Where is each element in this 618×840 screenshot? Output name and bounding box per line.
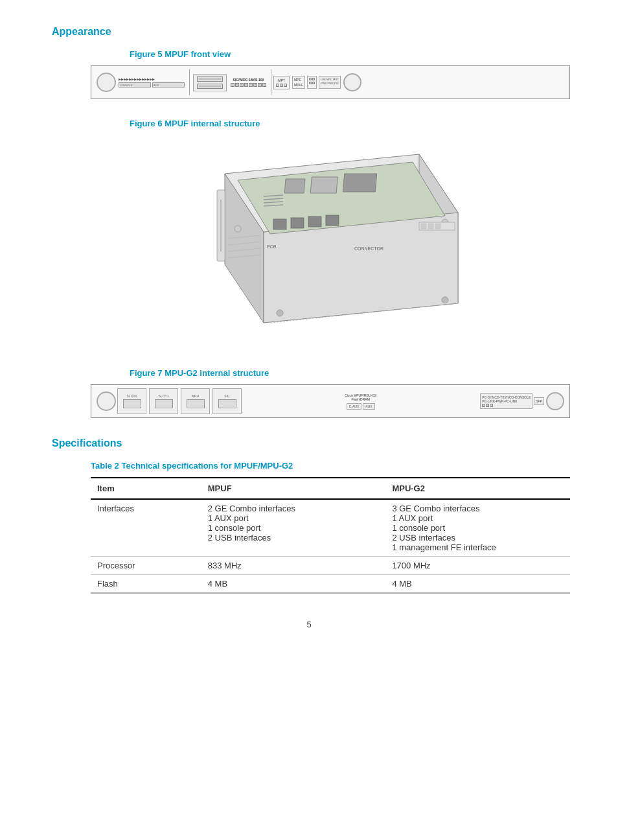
svg-rect-10 — [310, 177, 338, 193]
svg-rect-23 — [421, 224, 426, 229]
svg-rect-13 — [291, 218, 304, 228]
table-header-row: Item MPUF MPU-G2 — [91, 478, 570, 499]
mpuf-front-view-diagram: ▶▶▶▶▶▶▶▶▶▶▶▶▶▶ CONSOLE AUX SIC/WSIC-1BAS… — [91, 65, 570, 99]
page-footer: 5 — [52, 620, 566, 629]
mpuf-interfaces: 2 GE Combo interfaces 1 AUX port 1 conso… — [201, 499, 386, 557]
mpuf-processor: 833 MHz — [201, 557, 386, 575]
rack-right-mount — [343, 73, 361, 91]
mpu-g2-left-mount — [97, 391, 116, 411]
specifications-section: Specifications Table 2 Technical specifi… — [52, 438, 566, 594]
svg-point-30 — [442, 297, 448, 303]
appearance-heading: Appearance — [52, 26, 566, 38]
rack-left-mount — [97, 73, 116, 92]
svg-rect-25 — [435, 224, 441, 229]
figure6-heading: Figure 6 MPUF internal structure — [130, 119, 566, 128]
specifications-heading: Specifications — [52, 438, 566, 449]
col-header-item: Item — [91, 478, 201, 499]
mpu-g2-slot-2: SLOT1 — [149, 388, 178, 414]
figure7-heading: Figure 7 MPU-G2 internal structure — [130, 368, 566, 378]
figure6-container: Figure 6 MPUF internal structure — [91, 119, 566, 349]
mpug2-processor: 1700 MHz — [385, 557, 570, 575]
col-header-mpuf: MPUF — [201, 478, 386, 499]
mpu-g2-center-section: Cisco MPUF/MSU-G2Flash/DRAM C-AUX AUX — [247, 393, 474, 410]
appearance-section: Appearance Figure 5 MPUF front view ▶▶▶▶… — [52, 26, 566, 418]
svg-text:CONNECTOR: CONNECTOR — [354, 246, 383, 251]
specifications-table: Item MPUF MPU-G2 Interfaces 2 GE Combo i… — [91, 477, 570, 594]
svg-rect-15 — [326, 215, 339, 226]
mpuf-internal-diagram: PCB CONNECTOR — [186, 135, 471, 349]
mpug2-interfaces: 3 GE Combo interfaces 1 AUX port 1 conso… — [385, 499, 570, 557]
mpu-g2-slot-4: SIC — [212, 388, 242, 414]
item-label: Flash — [91, 575, 201, 594]
table-row: Flash 4 MB 4 MB — [91, 575, 570, 594]
figure5-heading: Figure 5 MPUF front view — [130, 49, 566, 59]
svg-point-20 — [235, 226, 241, 232]
col-header-mpug2: MPU-G2 — [385, 478, 570, 499]
svg-text:PCB: PCB — [267, 244, 277, 249]
mpu-g2-right-mount — [546, 392, 564, 410]
mpu-g2-front-view: SLOT0 SLOT1 MPU SIC Cisco MPUF/MSU-G2Fla… — [91, 384, 570, 418]
mpuf-flash: 4 MB — [201, 575, 386, 594]
svg-rect-12 — [273, 219, 286, 229]
rack-label-area: SIC/WSIC-1BAS-100 — [231, 78, 266, 87]
svg-rect-9 — [284, 179, 305, 193]
item-label: Processor — [91, 557, 201, 575]
page-number: 5 — [306, 620, 311, 629]
rack-ports-area: MPT — [273, 76, 290, 89]
table-heading: Table 2 Technical specifications for MPU… — [91, 461, 566, 471]
mpug2-flash: 4 MB — [385, 575, 570, 594]
rack-large-connector — [193, 74, 227, 91]
item-label: Interfaces — [91, 499, 201, 557]
svg-rect-24 — [428, 224, 433, 229]
rack-divider-1 — [189, 69, 190, 95]
figure5-container: Figure 5 MPUF front view ▶▶▶▶▶▶▶▶▶▶▶▶▶▶ … — [91, 49, 566, 99]
table-row: Processor 833 MHz 1700 MHz — [91, 557, 570, 575]
mpu-g2-right-ports: PC-SYNCO-TSYNCO-CONSOLE PC-LINK-PWR-PC-L… — [480, 393, 544, 409]
rack-divider-2 — [271, 69, 271, 95]
table-row: Interfaces 2 GE Combo interfaces 1 AUX p… — [91, 499, 570, 557]
svg-point-29 — [277, 310, 283, 316]
figure7-container: Figure 7 MPU-G2 internal structure SLOT0… — [91, 368, 566, 418]
rack-right-panels: MPC MPUF LBK MRC MRC — [292, 76, 341, 89]
svg-rect-11 — [343, 174, 376, 192]
rack-connector-area-left: ▶▶▶▶▶▶▶▶▶▶▶▶▶▶ CONSOLE AUX — [119, 77, 185, 88]
svg-rect-14 — [308, 216, 321, 227]
mpu-g2-slot-1: SLOT0 — [117, 388, 146, 414]
mpu-g2-slot-3: MPU — [181, 388, 210, 414]
